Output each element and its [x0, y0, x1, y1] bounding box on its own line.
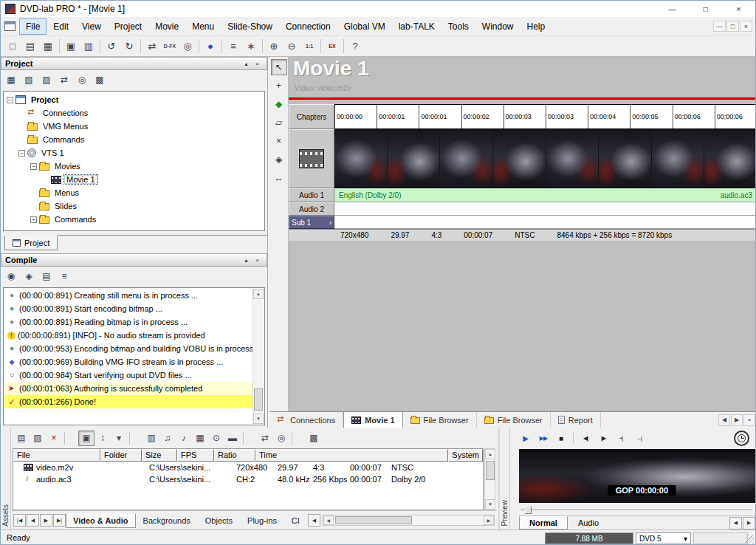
log-entry[interactable]: ● (00:00:00:891) Reading bitmap is in pr…	[4, 315, 252, 329]
collapse-panel-button[interactable]: ▴	[241, 256, 252, 265]
asset-category-tab[interactable]: CI	[284, 513, 307, 528]
close-panel-button[interactable]: ×	[252, 59, 263, 69]
minimize-button[interactable]: —	[656, 1, 689, 17]
expand-toggle-icon[interactable]: −	[30, 163, 37, 170]
menu-item[interactable]: Menu	[185, 18, 221, 35]
frame-grab-button[interactable]: ▦	[192, 431, 208, 446]
vm-commands-button[interactable]: ≡	[224, 38, 242, 55]
dfx-button[interactable]: D-FX	[161, 38, 179, 55]
mdi-minimize-button[interactable]: —	[713, 21, 726, 32]
add-movie-button[interactable]: ▦	[3, 72, 19, 88]
mdi-restore-button[interactable]: □	[726, 21, 739, 32]
play-all-button[interactable]: ▶▶	[535, 431, 551, 445]
expand-toggle-icon[interactable]: +	[30, 216, 37, 223]
log-entry[interactable]: ○ (00:00:00:984) Start verifying ouput D…	[4, 369, 252, 382]
find-button[interactable]: ◎	[179, 38, 196, 55]
scrollbar-thumb[interactable]	[254, 388, 263, 411]
close-panel-button[interactable]: ×	[252, 256, 263, 265]
add-vts-button[interactable]: ◎	[74, 72, 90, 88]
log-report-button[interactable]: ≡	[56, 269, 72, 284]
redo-button[interactable]: ↻	[120, 38, 138, 55]
tab-scroll-left-icon[interactable]: ◀	[718, 414, 730, 426]
menu-item[interactable]: lab-TALK	[392, 18, 441, 35]
document-tab[interactable]: Connections	[269, 412, 343, 428]
copy-button[interactable]: ▣	[62, 38, 80, 55]
menu-item[interactable]: Slide-Show	[221, 18, 279, 35]
scroll-right-icon[interactable]: ▶	[484, 515, 494, 525]
preview-mode-tab[interactable]: Audio	[568, 516, 609, 529]
print-button[interactable]: ▥	[143, 431, 159, 446]
expand-toggle-icon[interactable]: −	[7, 97, 13, 103]
mark-out-button[interactable]: →|	[630, 431, 647, 445]
filmstrip-frame[interactable]	[704, 129, 756, 188]
add-audio-button[interactable]: ♫	[159, 431, 176, 446]
tab-overflow-icon[interactable]: ◀	[308, 514, 320, 527]
help-button[interactable]: ?	[346, 38, 364, 55]
table-column-header[interactable]: System	[448, 449, 483, 462]
pan-tool[interactable]: ↔	[271, 170, 287, 186]
tree-item[interactable]: − VTS 1	[4, 146, 264, 160]
paste-button[interactable]: ▥	[80, 38, 97, 55]
scrollbar-thumb[interactable]	[486, 461, 495, 480]
asset-page-nav-button[interactable]: ▶|	[53, 514, 66, 527]
log-entry[interactable]: ● (00:00:00:891) Creating still menu is …	[4, 289, 252, 302]
tab-project[interactable]: Project	[4, 236, 58, 250]
compile-dvd-button[interactable]: ◉	[3, 269, 19, 284]
open-folder-button[interactable]: ▧	[30, 431, 46, 446]
table-column-header[interactable]: Ratio	[214, 449, 255, 462]
log-entry[interactable]: ◆ (00:00:00:969) Building VMG IFO stream…	[4, 355, 252, 369]
menu-item[interactable]: Global VM	[337, 18, 392, 35]
tree-item[interactable]: Connections	[4, 106, 264, 120]
asset-category-tab[interactable]: Objects	[198, 513, 240, 528]
tab-scroll-right-icon[interactable]: ▶	[743, 517, 755, 529]
select-tool[interactable]: ↖	[271, 59, 287, 75]
tree-item[interactable]: − Movies	[4, 160, 264, 173]
output-folder-button[interactable]: ▤	[38, 269, 55, 284]
zoom-in-button[interactable]: ⊕	[265, 38, 283, 55]
menu-item[interactable]: Movie	[148, 18, 185, 35]
chapter-timecode-cell[interactable]: 00:00:05	[630, 105, 672, 128]
import-asset-button[interactable]: ▤	[13, 431, 30, 446]
expand-track-icon[interactable]: ›	[329, 219, 331, 227]
document-tab[interactable]: Movie 1	[343, 412, 402, 428]
filmstrip-frame[interactable]	[440, 129, 492, 188]
new-button[interactable]: □	[4, 38, 21, 55]
document-tab[interactable]: File Browser	[403, 412, 477, 428]
assets-horizontal-scrollbar[interactable]: ◀ ▶	[323, 515, 495, 526]
scroll-up-icon[interactable]: ▲	[485, 449, 495, 459]
tree-item[interactable]: Menus	[4, 186, 264, 199]
time-display-button[interactable]	[734, 431, 749, 446]
audio1-track-label[interactable]: Audio 1	[289, 188, 334, 202]
scroll-up-icon[interactable]: ▲	[253, 289, 264, 299]
close-button[interactable]: ×	[722, 1, 755, 17]
scroll-down-icon[interactable]: ▼	[485, 499, 495, 510]
log-entry[interactable]: ✓ (00:00:01:266) Done!	[4, 395, 252, 408]
chapter-timecode-cell[interactable]: 00:00:02	[461, 105, 504, 128]
subtitle-track-label[interactable]: Sub 1 ›	[289, 216, 334, 229]
asset-page-nav-button[interactable]: ◀	[27, 514, 39, 527]
table-column-header[interactable]: File	[13, 449, 100, 462]
filmstrip-frame[interactable]	[493, 129, 546, 188]
tab-scroll-right-icon[interactable]: ▶	[731, 414, 743, 426]
add-menu-button[interactable]: ▧	[21, 72, 37, 88]
duration-button[interactable]: ⊙	[208, 431, 224, 446]
tree-item[interactable]: Commands	[4, 133, 264, 146]
tree-item[interactable]: + Commands	[4, 213, 264, 226]
menu-item[interactable]: Project	[108, 18, 148, 35]
scroll-down-icon[interactable]: ▼	[253, 414, 264, 424]
document-tab[interactable]: File Browser	[477, 412, 551, 428]
zoom-actual-button[interactable]: 1:1	[300, 38, 318, 55]
asset-category-tab[interactable]: Video & Audio	[66, 513, 136, 528]
stop-button[interactable]: ■	[553, 431, 569, 445]
sort-button[interactable]: ↕	[94, 431, 111, 446]
menu-item[interactable]: View	[75, 18, 108, 35]
chapter-point-tool[interactable]: ◆	[271, 96, 287, 112]
filmstrip-frame[interactable]	[599, 129, 651, 188]
log-entry[interactable]: ● (00:00:00:891) Start encoding bitmap .…	[4, 302, 252, 315]
disc-type-select[interactable]: DVD 5 ▾	[636, 532, 691, 544]
restore-button[interactable]: □	[689, 1, 722, 17]
transcode-button[interactable]: ⇄	[257, 431, 273, 446]
cut-tool[interactable]: ×	[271, 133, 287, 149]
mdi-document-icon[interactable]	[4, 21, 16, 31]
resize-grip[interactable]	[745, 535, 755, 545]
